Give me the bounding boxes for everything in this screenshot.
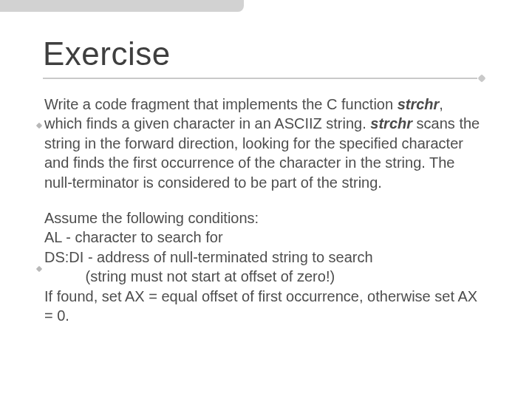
paragraph-conditions: Assume the following conditions: AL - ch… (43, 208, 485, 325)
bullet-diamond-icon (36, 123, 42, 129)
paragraph-description: Write a code fragment that implements th… (43, 95, 485, 192)
slide-container: Exercise Write a code fragment that impl… (0, 0, 532, 325)
header-accent-bar (0, 0, 244, 12)
condition-line: (string must not start at offset of zero… (44, 268, 335, 284)
condition-line: If found, set AX = equal offset of first… (44, 288, 477, 324)
keyword-strchr: strchr (398, 96, 440, 112)
divider-line (43, 78, 477, 79)
condition-line: DS:DI - address of null-terminated strin… (44, 249, 373, 265)
title-divider (43, 75, 485, 81)
keyword-strchr: strchr (370, 115, 412, 132)
condition-line: Assume the following conditions: (44, 210, 259, 226)
text-run: Write a code fragment that implements th… (44, 96, 398, 112)
divider-diamond-icon (477, 74, 485, 82)
slide-title: Exercise (43, 35, 485, 72)
condition-line: AL - character to search for (44, 229, 223, 245)
bullet-diamond-icon (36, 266, 42, 272)
